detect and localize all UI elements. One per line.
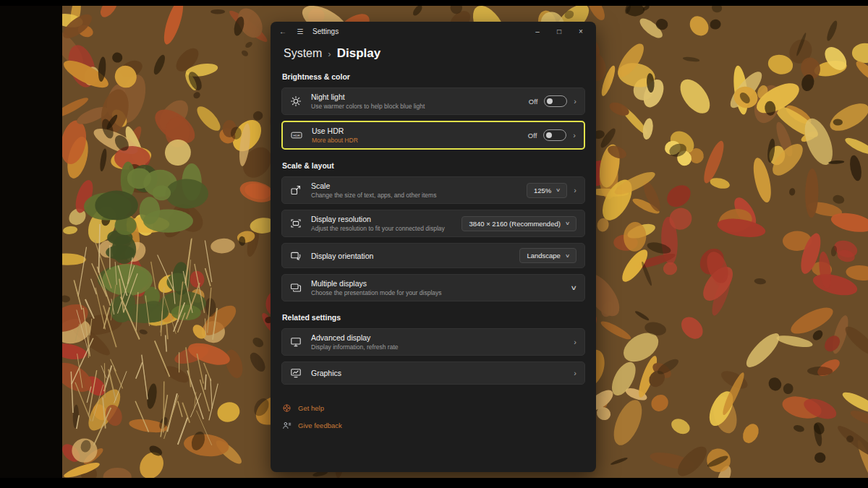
chevron-right-icon: › — [574, 369, 576, 377]
display-orientation-text: Display orientation — [311, 252, 512, 260]
scale-dropdown-value: 125% — [534, 187, 551, 194]
multiple-displays-subtitle: Choose the presentation mode for your di… — [311, 290, 564, 296]
advanced-display-subtitle: Display information, refresh rate — [311, 344, 566, 351]
night-light-controls: Off › — [529, 95, 576, 107]
scale-controls: 125% ∨ › — [527, 183, 576, 198]
display-resolution-subtitle: Adjust the resolution to fit your connec… — [311, 226, 454, 232]
display-resolution-controls: 3840 × 2160 (Recommended) ∨ — [461, 216, 576, 231]
close-button[interactable]: × — [576, 27, 586, 35]
advanced-display-text: Advanced display Display information, re… — [311, 333, 566, 351]
chevron-right-icon: › — [573, 131, 576, 140]
multiple-displays-card[interactable]: Multiple displays Choose the presentatio… — [281, 274, 585, 301]
multiple-displays-controls: ∨ — [571, 284, 576, 291]
chevron-right-icon: › — [574, 97, 576, 106]
display-orientation-dropdown[interactable]: Landscape ∨ — [519, 248, 576, 263]
titlebar[interactable]: ← ☰ Settings – □ × — [271, 22, 596, 40]
use-hdr-state: Off — [528, 132, 537, 140]
hdr-icon: HDR — [291, 129, 302, 141]
get-help-link[interactable]: Get help — [282, 403, 584, 413]
night-light-state: Off — [529, 98, 538, 106]
window-controls: – □ × — [532, 27, 589, 35]
scale-card[interactable]: Scale Change the size of text, apps, and… — [281, 176, 585, 204]
night-light-title: Night light — [311, 93, 522, 101]
menu-icon[interactable]: ☰ — [295, 27, 305, 35]
graphics-title: Graphics — [311, 369, 566, 377]
display-orientation-dropdown-value: Landscape — [527, 252, 560, 260]
graphics-controls: › — [574, 369, 576, 377]
give-feedback-link[interactable]: Give feedback — [282, 421, 584, 430]
give-feedback-label: Give feedback — [298, 421, 342, 429]
settings-window: ← ☰ Settings – □ × System › Display Brig… — [271, 22, 596, 472]
display-resolution-dropdown-value: 3840 × 2160 (Recommended) — [469, 220, 560, 228]
multiple-displays-title: Multiple displays — [311, 279, 564, 288]
help-footer: Get help Give feedback — [281, 390, 585, 451]
chevron-down-icon: ∨ — [565, 253, 570, 259]
advanced-display-title: Advanced display — [311, 333, 566, 342]
scale-dropdown[interactable]: 125% ∨ — [527, 183, 567, 198]
night-light-text: Night light Use warmer colors to help bl… — [311, 93, 522, 110]
multiple-displays-icon — [290, 282, 302, 294]
night-light-icon — [290, 95, 302, 107]
section-brightness-color: Brightness & color — [282, 72, 584, 81]
advanced-display-icon — [290, 336, 302, 348]
page-title: Display — [337, 46, 380, 61]
chevron-right-icon: › — [574, 186, 576, 194]
display-resolution-dropdown[interactable]: 3840 × 2160 (Recommended) ∨ — [461, 216, 576, 231]
screen: ← ☰ Settings – □ × System › Display Brig… — [0, 0, 868, 488]
display-resolution-icon — [290, 218, 302, 229]
display-resolution-card[interactable]: Display resolution Adjust the resolution… — [281, 210, 585, 237]
settings-content: Brightness & color Night light Use warme… — [271, 72, 596, 451]
night-light-card[interactable]: Night light Use warmer colors to help bl… — [281, 87, 585, 115]
graphics-icon — [290, 367, 302, 379]
window-title: Settings — [312, 27, 339, 35]
use-hdr-controls: Off › — [528, 129, 576, 141]
scale-icon — [290, 184, 302, 196]
use-hdr-title: Use HDR — [312, 127, 521, 135]
use-hdr-text: Use HDR More about HDR — [312, 127, 521, 144]
scale-title: Scale — [311, 181, 519, 190]
display-orientation-card[interactable]: Display orientation Landscape ∨ — [281, 243, 585, 268]
maximize-button[interactable]: □ — [554, 27, 564, 35]
advanced-display-card[interactable]: Advanced display Display information, re… — [281, 328, 585, 356]
scale-subtitle: Change the size of text, apps, and other… — [311, 192, 519, 199]
graphics-card[interactable]: Graphics › — [281, 361, 585, 385]
night-light-subtitle: Use warmer colors to help block blue lig… — [311, 103, 522, 110]
display-resolution-text: Display resolution Adjust the resolution… — [311, 215, 454, 232]
night-light-toggle[interactable] — [544, 95, 567, 107]
help-icon — [282, 403, 292, 413]
use-hdr-toggle[interactable] — [543, 129, 566, 141]
breadcrumb-separator-icon: › — [328, 48, 331, 59]
display-orientation-icon — [290, 250, 302, 262]
multiple-displays-text: Multiple displays Choose the presentatio… — [311, 279, 564, 296]
minimize-button[interactable]: – — [532, 27, 542, 35]
get-help-label: Get help — [298, 404, 324, 412]
more-about-hdr-link[interactable]: More about HDR — [312, 137, 521, 144]
section-related-settings: Related settings — [282, 313, 584, 322]
expand-chevron-down-icon[interactable]: ∨ — [571, 284, 578, 291]
back-icon[interactable]: ← — [278, 27, 288, 35]
section-scale-layout: Scale & layout — [282, 161, 584, 170]
chevron-right-icon: › — [574, 338, 576, 346]
display-orientation-controls: Landscape ∨ — [519, 248, 576, 263]
chevron-down-icon: ∨ — [556, 187, 561, 193]
breadcrumb-system[interactable]: System — [284, 47, 322, 60]
chevron-down-icon: ∨ — [565, 221, 570, 226]
feedback-icon — [282, 421, 292, 430]
svg-text:HDR: HDR — [293, 134, 300, 137]
use-hdr-card[interactable]: HDR Use HDR More about HDR Off › — [281, 121, 585, 150]
graphics-text: Graphics — [311, 369, 566, 377]
display-resolution-title: Display resolution — [311, 215, 454, 223]
breadcrumb: System › Display — [271, 40, 596, 69]
scale-text: Scale Change the size of text, apps, and… — [311, 181, 519, 199]
display-orientation-title: Display orientation — [311, 252, 512, 260]
advanced-display-controls: › — [574, 338, 576, 346]
